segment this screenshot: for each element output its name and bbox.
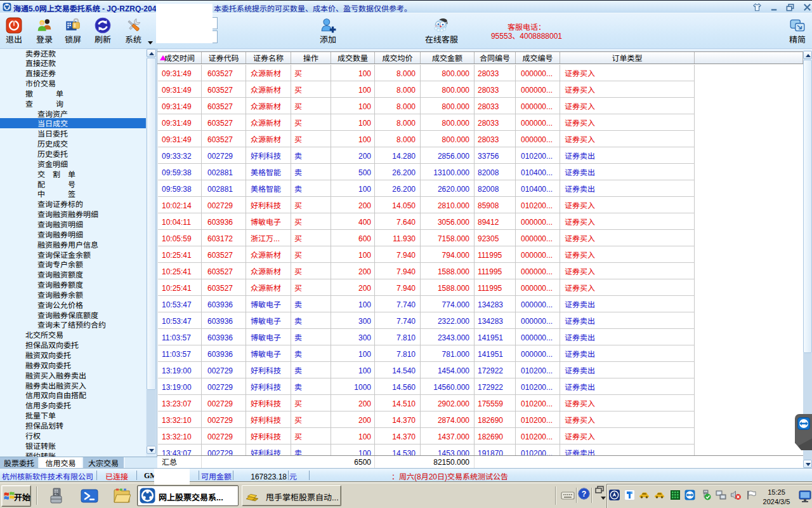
show-desktop-icon[interactable] <box>799 488 811 505</box>
start-button[interactable]: 开始 <box>1 485 31 507</box>
table-scrollbar-thumb[interactable] <box>803 60 812 353</box>
sidebar-menu-item[interactable]: 历史成交 <box>0 138 146 149</box>
table-row[interactable]: 09:31:49 603527 众源新材 买 100 8.000 800.000… <box>157 114 803 131</box>
column-header-9[interactable]: 成交编号 <box>516 52 560 64</box>
taskbar-clock[interactable]: 15:25 2024/3/5 <box>759 487 794 506</box>
tab-stock-trading[interactable]: 股票委托 <box>0 457 39 469</box>
column-header-blank[interactable] <box>695 52 803 64</box>
sidebar-menu-item[interactable]: 撤 单 <box>0 88 146 98</box>
sidebar-menu-item[interactable]: 查询专户余额 <box>0 259 146 269</box>
column-header-10[interactable]: 订单类型 <box>560 52 695 64</box>
scroll-down-icon[interactable] <box>803 460 812 468</box>
system-tools-icon[interactable] <box>48 487 66 505</box>
sidebar-menu-item[interactable]: 市价交易 <box>0 78 146 88</box>
sidebar-menu-item[interactable]: 资金明细 <box>0 159 146 169</box>
task-button-other-app[interactable]: 甩手掌柜股票自动... <box>242 485 341 506</box>
sidebar-menu-item[interactable]: 融券卖出融资买入 <box>0 380 146 391</box>
table-row[interactable]: 13:32:10 002729 好利科技 买 100 14.370 1437.0… <box>157 428 803 444</box>
column-header-8[interactable]: 合同编号 <box>475 52 516 64</box>
table-row[interactable]: 09:31:49 603527 众源新材 买 100 8.000 800.000… <box>157 98 803 114</box>
folder-icon[interactable] <box>113 487 131 505</box>
table-row[interactable]: 10:25:41 603527 众源新材 买 100 7.940 794.000… <box>157 246 803 263</box>
refresh-button[interactable]: 刷新 <box>86 16 119 48</box>
scroll-up-icon[interactable] <box>147 49 156 57</box>
sidebar-menu-item[interactable]: 查询融资额度 <box>0 269 146 279</box>
sidebar-menu-item[interactable]: 担保品划转 <box>0 420 146 431</box>
volume-muted-tray-icon[interactable] <box>730 490 741 500</box>
table-row[interactable]: 10:25:41 603527 众源新材 买 200 7.940 1588.00… <box>157 279 803 296</box>
table-row[interactable]: 09:31:49 603527 众源新材 买 100 8.000 800.000… <box>157 65 803 81</box>
sidebar-menu-item[interactable]: 信用多向委托 <box>0 400 146 410</box>
powershell-icon[interactable] <box>81 487 98 505</box>
network-tray-icon[interactable] <box>716 490 726 500</box>
sidebar-menu-item[interactable]: 融资双向委托 <box>0 350 146 360</box>
sidebar-menu-item[interactable]: 查询融券明细 <box>0 229 146 239</box>
table-scrollbar[interactable] <box>803 51 812 468</box>
minimize-icon[interactable] <box>769 3 779 12</box>
table-row[interactable]: 10:53:47 603936 博敏电子 卖 100 7.740 774.000… <box>157 296 803 312</box>
sidebar-menu-item[interactable]: 融资融券用户信息 <box>0 239 146 250</box>
table-row[interactable]: 09:59:38 002881 美格智能 卖 100 26.200 2620.0… <box>157 180 803 197</box>
restore-icon[interactable] <box>785 3 795 12</box>
table-row[interactable]: 10:25:41 603527 众源新材 买 200 7.940 1588.00… <box>157 263 803 279</box>
sidebar-menu-item[interactable]: 配 号 <box>0 179 146 189</box>
gold-car-tray-icon[interactable] <box>639 490 650 500</box>
gold-car-tray-icon[interactable] <box>654 490 665 500</box>
tab-block-trading[interactable]: 大宗交易 <box>83 457 125 469</box>
sidebar-menu-item[interactable]: 预约转账 <box>0 451 146 457</box>
sidebar-menu-item[interactable]: 批量下单 <box>0 410 146 420</box>
table-row[interactable]: 13:19:00 002729 好利科技 卖 1000 14.560 14560… <box>157 378 803 395</box>
sidebar-menu-item[interactable]: 中 签 <box>0 189 146 199</box>
table-row[interactable]: 13:43:07 002729 好利科技 卖 100 14.530 1453.0… <box>157 444 803 455</box>
column-header-2[interactable]: 证券代码 <box>202 52 246 64</box>
compact-button[interactable]: 精简 <box>781 16 812 48</box>
sidebar-menu-item[interactable]: 查询资产 <box>0 109 146 119</box>
keyboard-layout-icon[interactable] <box>561 489 575 502</box>
sidebar-menu-item[interactable]: 查询未了结预约合约 <box>0 319 146 330</box>
teamviewer-tray-icon[interactable] <box>684 490 695 500</box>
exit-button[interactable]: 退出 <box>0 16 30 48</box>
sidebar-scrollbar-track[interactable] <box>147 390 156 446</box>
sidebar-menu-item[interactable]: 查询融券额度 <box>0 279 146 290</box>
skin-icon[interactable] <box>752 3 762 12</box>
table-row[interactable]: 10:53:47 603936 博敏电子 卖 300 7.740 2322.00… <box>157 312 803 329</box>
table-row[interactable]: 09:59:38 002881 美格智能 卖 500 26.200 13100.… <box>157 164 803 180</box>
table-row[interactable]: 13:23:07 002729 好利科技 买 200 14.510 2902.0… <box>157 395 803 411</box>
sidebar-menu-item[interactable]: 信用双向自由搭配 <box>0 390 146 400</box>
sidebar-menu-item[interactable]: 直接还券 <box>0 68 146 78</box>
sidebar-menu-item[interactable]: 查 询 <box>0 98 146 109</box>
table-row[interactable]: 10:02:14 002729 好利科技 买 200 14.050 2810.0… <box>157 197 803 213</box>
flag-t-tray-icon[interactable] <box>624 490 635 500</box>
sidebar-menu-item[interactable]: 查询公允价格 <box>0 300 146 310</box>
column-header-6[interactable]: 成交均价 <box>375 52 421 64</box>
sidebar-menu-item[interactable]: 查询融资融券明细 <box>0 209 146 219</box>
column-header-5[interactable]: 成交数量 <box>331 52 375 64</box>
table-row[interactable]: 13:19:00 002729 好利科技 卖 100 14.540 1454.0… <box>157 362 803 378</box>
compass-logo-tray-icon[interactable] <box>609 490 620 500</box>
sidebar-menu-item[interactable]: 直接还款 <box>0 58 146 68</box>
sidebar-menu-item[interactable]: 查询融券余额 <box>0 290 146 300</box>
tab-credit-trading[interactable]: 信用交易 <box>39 457 83 469</box>
sidebar-menu-item[interactable]: 当日委托 <box>0 128 146 138</box>
help-icon[interactable]: ? <box>578 488 590 500</box>
sidebar-menu-item[interactable]: 查询融券保底额度 <box>0 310 146 320</box>
usb-device-tray-icon[interactable] <box>700 490 711 500</box>
column-header-4[interactable]: 操作 <box>291 52 331 64</box>
sidebar-scrollbar-thumb[interactable] <box>147 58 156 390</box>
system-dropdown-caret-icon[interactable] <box>148 41 153 44</box>
column-header-3[interactable]: 证券名称 <box>246 52 291 64</box>
sidebar-menu-item-selected[interactable]: 当日成交 <box>0 118 146 128</box>
sidebar-scrollbar[interactable] <box>146 49 157 457</box>
system-button[interactable]: 系统 <box>117 16 150 48</box>
scroll-down-icon[interactable] <box>147 446 156 454</box>
sidebar-menu-item[interactable]: 融资买入融券卖出 <box>0 370 146 380</box>
sidebar-menu-item[interactable]: 查询融资明细 <box>0 219 146 229</box>
sidebar-menu-item[interactable]: 卖券还款 <box>0 49 146 58</box>
close-icon[interactable] <box>802 3 812 12</box>
sidebar-menu-item[interactable]: 查询证券标的 <box>0 199 146 209</box>
sidebar-menu-item[interactable]: 历史委托 <box>0 149 146 159</box>
sidebar-menu-item[interactable]: 银证转账 <box>0 441 146 451</box>
column-header-1[interactable]: 成交时间 <box>158 52 202 64</box>
titlebar[interactable]: 海通5.0网上交易委托系统 - JQ-RZRQ-204 本委托系统提示的可买数量… <box>0 0 812 13</box>
table-row[interactable]: 09:31:49 603527 众源新材 买 100 8.000 800.000… <box>157 81 803 98</box>
